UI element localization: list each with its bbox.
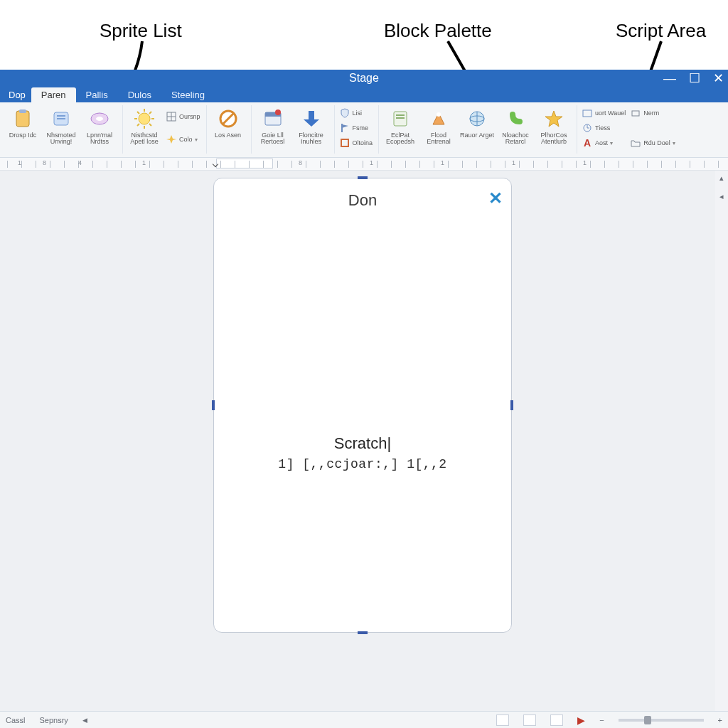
ribbon-btn-g2-1[interactable]: Nisthcstd Apetl lose: [126, 105, 163, 154]
crop-handle-bottom[interactable]: [358, 631, 368, 634]
window-title: Stage: [349, 72, 379, 85]
ribbon-btn-g6-4[interactable]: Nloachoc Retarcl: [497, 105, 534, 154]
tab-2[interactable]: Pallis: [76, 87, 118, 102]
ribbon-group-4: Goie Lll Rertoesl Floncitre Inuhles: [255, 105, 335, 154]
scroll-up-icon[interactable]: ▴: [717, 173, 726, 182]
ruler-tick: [320, 161, 321, 168]
ruler-tick: [263, 161, 264, 168]
ribbon-label: Aost: [595, 139, 608, 146]
sparkle-icon: [166, 134, 177, 145]
status-prev-icon[interactable]: ◀: [82, 717, 87, 724]
ribbon-label: PlhorCos Atentlurb: [535, 132, 572, 146]
ribbon-btn-g6-1[interactable]: EclPat Ecopedsh: [382, 105, 419, 154]
status-field-2[interactable]: Sepnsry: [40, 716, 68, 724]
window-maximize-button[interactable]: ☐: [689, 70, 700, 86]
ruler-number: 8: [43, 159, 46, 166]
tab-strip: Dop Paren Pallis Dulos Steeling: [0, 87, 728, 102]
tab-home[interactable]: Paren: [31, 87, 76, 102]
ruler-number: 1: [370, 159, 373, 166]
ribbon-btn-g7-s2[interactable]: Tiess: [580, 121, 627, 135]
page-body-subtitle: 1] [,,ccjoar:,] 1[,,2: [214, 457, 511, 471]
ribbon-btn-g6-2[interactable]: Flcod Entrenal: [420, 105, 457, 154]
ruler-tick: [675, 161, 676, 168]
ribbon-btn-g4-2[interactable]: Floncitre Inuhles: [293, 105, 330, 154]
horizontal-ruler[interactable]: 184181111: [0, 158, 728, 171]
svg-rect-2: [19, 109, 26, 113]
status-field-1[interactable]: Cassl: [6, 716, 26, 724]
document-icon: [49, 107, 73, 131]
ruler-tick: [476, 161, 477, 168]
dialog-title: Don: [348, 191, 377, 210]
ruler-number: 1: [142, 159, 146, 166]
svg-line-13: [137, 112, 139, 114]
ruler-tick: [50, 161, 50, 168]
ribbon-btn-g7-s4[interactable]: A Aost▾: [580, 136, 627, 150]
view-mode-button-3[interactable]: [550, 714, 563, 726]
ribbon-label: Colo: [179, 136, 193, 143]
ruler-tick: [690, 161, 690, 168]
ruler-tick: [36, 161, 36, 168]
crop-handle-left[interactable]: [212, 400, 215, 410]
ruler-tick: [107, 161, 107, 168]
ruler-tick: [462, 161, 463, 168]
ruler-tick: [647, 161, 648, 168]
ruler-tick: [377, 161, 378, 168]
ribbon-btn-g7-s1[interactable]: uort Wauel: [580, 106, 627, 120]
window-close-button[interactable]: ✕: [713, 70, 724, 86]
ribbon-label: Lpnn'mal Nrdtss: [81, 132, 118, 146]
svg-rect-28: [341, 139, 348, 146]
file-tab[interactable]: Dop: [3, 87, 31, 102]
ruler-indent-marker[interactable]: [216, 159, 273, 168]
ruler-tick: [619, 161, 619, 168]
ribbon-label: Flcod Entrenal: [420, 132, 457, 146]
ribbon: Drosp Idc Nhsmoted Unving! Lpnn'mal Nrdt…: [0, 102, 728, 158]
ruler-number: 1: [18, 159, 21, 166]
document-page[interactable]: Don ✕ Scratch| 1] [,,ccjoar:,] 1[,,2: [213, 178, 512, 633]
ribbon-btn-g1-1[interactable]: Drosp Idc: [4, 105, 41, 154]
ribbon-btn-g5-s3[interactable]: Oltoina: [338, 136, 375, 150]
zoom-out-button[interactable]: −: [599, 716, 604, 724]
ruler-tick: [192, 161, 193, 168]
ribbon-label: EclPat Ecopedsh: [382, 132, 419, 146]
ribbon-btn-g5-s1[interactable]: Lisi: [338, 106, 375, 120]
view-mode-button-1[interactable]: [496, 714, 509, 726]
page-icon: [388, 107, 412, 131]
ribbon-btn-g7-s5[interactable]: Rdu Doel▾: [628, 136, 677, 150]
zoom-in-button[interactable]: +: [718, 716, 722, 724]
ribbon-btn-g2-s1[interactable]: Oursnp: [164, 109, 202, 124]
ribbon-btn-g6-3[interactable]: Rauor Arget: [459, 105, 496, 154]
ruler-tick: [7, 161, 8, 168]
ruler-tick: [363, 161, 363, 168]
status-bar: Cassl Sepnsry ◀ ▶ − +: [0, 711, 728, 728]
ruler-tick: [235, 161, 235, 168]
tab-4[interactable]: Steeling: [161, 87, 215, 102]
ribbon-btn-g5-s2[interactable]: Fsme: [338, 121, 375, 135]
ruler-tick: [419, 161, 420, 168]
ruler-tick: [121, 161, 122, 168]
svg-line-15: [149, 112, 151, 114]
ribbon-btn-g3-1[interactable]: Los Asen: [210, 105, 247, 154]
play-button[interactable]: ▶: [577, 714, 585, 726]
zoom-slider[interactable]: [619, 719, 704, 722]
ribbon-btn-g4-1[interactable]: Goie Lll Rertoesl: [255, 105, 291, 154]
ribbon-btn-g6-5[interactable]: PlhorCos Atentlurb: [535, 105, 572, 154]
ribbon-btn-g2-s2[interactable]: Colo▾: [164, 132, 202, 146]
phone-icon: [503, 107, 528, 131]
vertical-scrollbar[interactable]: ▴ ◂: [715, 171, 728, 711]
svg-marker-36: [545, 111, 562, 127]
crop-handle-right[interactable]: [510, 400, 513, 410]
crop-handle-top[interactable]: [358, 176, 368, 179]
ruler-tick: [135, 161, 136, 168]
window-minimize-button[interactable]: —: [663, 71, 676, 86]
ribbon-btn-g1-3[interactable]: Lpnn'mal Nrdtss: [81, 105, 118, 154]
dialog-close-button[interactable]: ✕: [488, 188, 503, 208]
view-mode-button-2[interactable]: [523, 714, 536, 726]
ribbon-btn-g7-s3[interactable]: Nerm: [628, 106, 677, 120]
paint-icon: [427, 107, 451, 131]
ruler-tick: [448, 161, 449, 168]
zoom-slider-knob[interactable]: [644, 716, 651, 724]
tab-3[interactable]: Dulos: [118, 87, 161, 102]
ribbon-btn-g1-2[interactable]: Nhsmoted Unving!: [43, 105, 80, 154]
link-icon: [87, 107, 112, 131]
flag-icon: [339, 122, 350, 134]
